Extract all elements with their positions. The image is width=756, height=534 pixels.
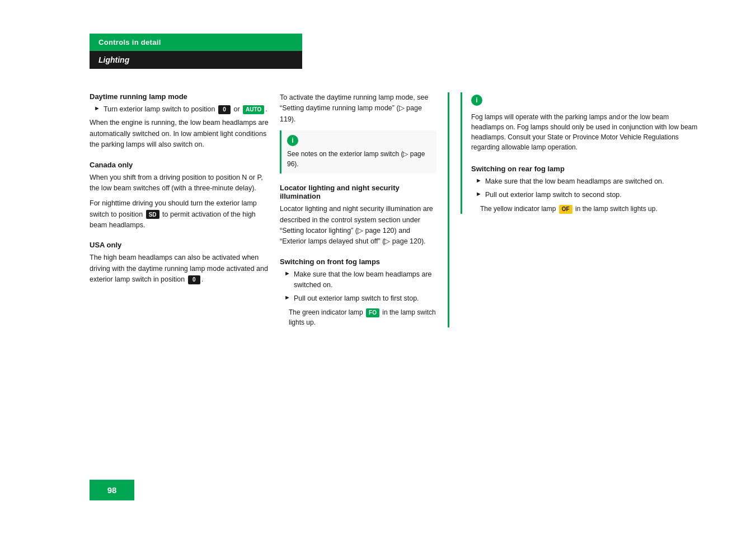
locator-body: Locator lighting and night security illu… xyxy=(280,204,436,247)
badge-0: 0 xyxy=(218,105,231,114)
info-text-fog: Fog lamps will operate with the parking … xyxy=(471,112,700,152)
rear-fog-heading: Switching on rear fog lamp xyxy=(471,165,700,173)
front-fog-bullet2: ► Pull out exterior lamp switch to first… xyxy=(280,293,436,304)
lighting-bar: Lighting xyxy=(90,51,302,69)
badge-fog-green: FO xyxy=(366,308,379,317)
daytime-activation: To activate the daytime running lamp mod… xyxy=(280,92,436,125)
rear-fog-bullet1: ► Make sure that the low beam headlamps … xyxy=(471,176,700,187)
canada-body: When you shift from a driving position t… xyxy=(90,172,269,194)
badge-sd: SD xyxy=(146,210,159,219)
page-number-box: 98 xyxy=(90,480,134,500)
daytime-body1: When the engine is running, the low beam… xyxy=(90,118,269,150)
info-box-fog: i Fog lamps will operate with the parkin… xyxy=(471,92,700,154)
front-fog-bullet1-text: Make sure that the low beam headlamps ar… xyxy=(294,269,436,291)
canada-heading: Canada only xyxy=(90,161,269,169)
rear-fog-bullet1-text: Make sure that the low beam headlamps ar… xyxy=(485,176,664,187)
bullet-arrow-fog2: ► xyxy=(284,294,290,301)
bullet-arrow-rear1: ► xyxy=(476,177,482,184)
rear-fog-bullet2: ► Pull out exterior lamp switch to secon… xyxy=(471,190,700,200)
daytime-bullet-item: ► Turn exterior lamp switch to position … xyxy=(90,104,269,115)
left-column: Daytime running lamp mode ► Turn exterio… xyxy=(90,92,280,327)
badge-auto: AUTO xyxy=(243,105,264,114)
locator-heading: Locator lighting and night security illu… xyxy=(280,184,436,200)
right-column: i Fog lamps will operate with the parkin… xyxy=(448,92,700,327)
lighting-label: Lighting xyxy=(98,55,129,64)
canada-body2: For nighttime driving you should turn th… xyxy=(90,198,269,231)
controls-in-detail-label: Controls in detail xyxy=(98,38,161,46)
rear-fog-bullet2-text: Pull out exterior lamp switch to second … xyxy=(485,190,622,200)
page-container: Controls in detail Lighting Daytime runn… xyxy=(0,0,756,534)
right-col-inner: i Fog lamps will operate with the parkin… xyxy=(461,92,700,214)
info-icon-exterior: i xyxy=(287,135,298,146)
page-number: 98 xyxy=(107,485,117,495)
daytime-heading: Daytime running lamp mode xyxy=(90,92,269,101)
rear-fog-subtext: The yellow indicator lamp OF in the lamp… xyxy=(480,204,700,214)
front-fog-subtext: The green indicator lamp FO in the lamp … xyxy=(289,307,436,327)
badge-0b: 0 xyxy=(188,275,200,284)
front-fog-heading: Switching on front fog lamps xyxy=(280,257,436,266)
middle-column: To activate the daytime running lamp mod… xyxy=(280,92,448,327)
front-fog-bullet1: ► Make sure that the low beam headlamps … xyxy=(280,269,436,291)
daytime-bullet-text: Turn exterior lamp switch to position 0 … xyxy=(104,104,267,115)
header-section: Controls in detail Lighting xyxy=(90,34,302,69)
bullet-arrow-fog1: ► xyxy=(284,270,290,277)
info-icon-fog: i xyxy=(471,95,482,106)
usa-heading: USA only xyxy=(90,241,269,249)
bullet-arrow-rear2: ► xyxy=(476,190,482,197)
info-box-exterior: i See notes on the exterior lamp switch … xyxy=(280,130,436,174)
bullet-arrow: ► xyxy=(94,105,100,111)
controls-in-detail-bar: Controls in detail xyxy=(90,34,302,51)
content-area: Daytime running lamp mode ► Turn exterio… xyxy=(90,92,700,327)
usa-body: The high beam headlamps can also be acti… xyxy=(90,252,269,285)
front-fog-bullet2-text: Pull out exterior lamp switch to first s… xyxy=(294,293,419,304)
info-text-exterior: See notes on the exterior lamp switch (▷… xyxy=(287,149,431,169)
badge-rear: OF xyxy=(559,205,572,214)
